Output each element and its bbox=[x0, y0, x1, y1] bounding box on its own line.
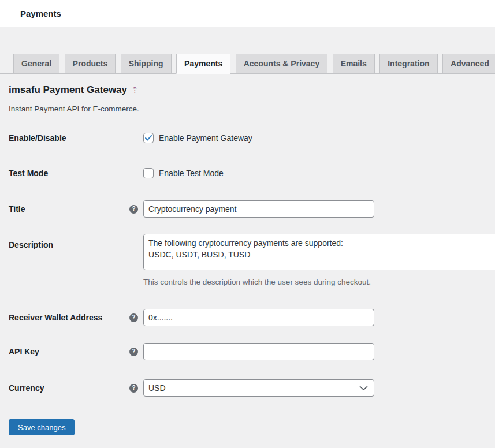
enable-gateway-checkbox[interactable] bbox=[143, 133, 154, 143]
help-icon[interactable]: ? bbox=[129, 313, 138, 322]
tab-payments[interactable]: Payments bbox=[176, 54, 230, 74]
receiver-wallet-input[interactable] bbox=[143, 309, 374, 326]
form-row-api-key: API Key ? bbox=[9, 343, 495, 360]
settings-tab-bar: General Products Shipping Payments Accou… bbox=[0, 27, 495, 74]
enable-gateway-checkbox-label[interactable]: Enable Payment Gateway bbox=[159, 133, 252, 143]
gateway-settings-section: imsafu Payment Gateway⇡ Instant Payment … bbox=[0, 74, 495, 435]
section-heading-text: imsafu Payment Gateway bbox=[9, 84, 127, 95]
currency-select-value: USD bbox=[148, 383, 166, 393]
test-mode-checkbox-label[interactable]: Enable Test Mode bbox=[159, 169, 224, 178]
form-row-description: Description The following cryptocurrency… bbox=[9, 234, 495, 287]
form-row-currency: Currency ? USD bbox=[9, 379, 495, 397]
tab-advanced[interactable]: Advanced bbox=[442, 54, 495, 74]
description-textarea[interactable]: The following cryptocurrency payments ar… bbox=[143, 234, 495, 270]
help-icon[interactable]: ? bbox=[129, 348, 138, 356]
field-label-title: Title ? bbox=[9, 204, 143, 214]
field-label-enable: Enable/Disable bbox=[9, 133, 143, 143]
tab-general[interactable]: General bbox=[13, 54, 59, 74]
description-help-text: This controls the description which the … bbox=[143, 277, 495, 287]
help-icon[interactable]: ? bbox=[129, 384, 138, 393]
page-title: Payments bbox=[20, 9, 61, 18]
checkmark-icon bbox=[145, 135, 152, 141]
field-label-receiver-wallet: Receiver Wallet Address ? bbox=[9, 312, 143, 323]
form-row-receiver-wallet: Receiver Wallet Address ? bbox=[9, 309, 495, 326]
save-changes-button[interactable]: Save changes bbox=[9, 419, 75, 435]
chevron-down-icon bbox=[359, 386, 368, 391]
title-input[interactable] bbox=[143, 200, 374, 218]
help-icon[interactable]: ? bbox=[129, 205, 138, 214]
form-row-test-mode: Test Mode Enable Test Mode bbox=[9, 167, 495, 179]
tab-shipping[interactable]: Shipping bbox=[121, 54, 172, 74]
section-description: Instant Payment API for E-commerce. bbox=[9, 104, 495, 114]
api-key-input[interactable] bbox=[143, 343, 374, 360]
settings-page: General Products Shipping Payments Accou… bbox=[0, 27, 495, 448]
form-row-title: Title ? bbox=[9, 200, 495, 218]
field-label-api-key: API Key ? bbox=[9, 346, 143, 357]
currency-select[interactable]: USD bbox=[143, 379, 374, 397]
settings-form: Enable/Disable Enable Payment Gateway Te… bbox=[9, 132, 495, 435]
external-arrow-icon[interactable]: ⇡ bbox=[131, 85, 139, 95]
field-label-currency: Currency ? bbox=[9, 383, 143, 393]
tab-emails[interactable]: Emails bbox=[333, 54, 375, 74]
field-label-description: Description bbox=[9, 234, 143, 250]
test-mode-checkbox[interactable] bbox=[143, 168, 154, 178]
field-label-test-mode: Test Mode bbox=[9, 168, 143, 178]
section-heading: imsafu Payment Gateway⇡ bbox=[9, 84, 495, 96]
top-header-bar: Payments bbox=[0, 0, 495, 27]
form-row-enable: Enable/Disable Enable Payment Gateway bbox=[9, 132, 495, 144]
tab-accounts-privacy[interactable]: Accounts & Privacy bbox=[236, 54, 328, 74]
description-field-wrap: The following cryptocurrency payments ar… bbox=[143, 234, 495, 287]
tab-integration[interactable]: Integration bbox=[379, 54, 437, 74]
tab-products[interactable]: Products bbox=[65, 54, 116, 74]
